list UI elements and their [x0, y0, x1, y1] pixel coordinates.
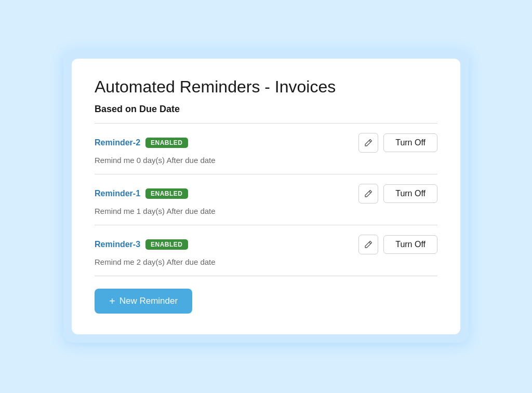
reminder-header: Reminder-1 ENABLED Turn Off	[95, 184, 437, 204]
reminder-description-reminder-3: Remind me 2 day(s) After due date	[95, 258, 437, 266]
reminder-name-reminder-2: Reminder-2	[95, 138, 140, 147]
edit-button-reminder-3[interactable]	[358, 235, 378, 254]
reminder-item: Reminder-2 ENABLED Turn Off Remind me 0 …	[95, 124, 437, 174]
reminder-header-right: Turn Off	[358, 133, 437, 153]
enabled-badge-reminder-3: ENABLED	[145, 239, 188, 250]
card: Automated Reminders - Invoices Based on …	[72, 59, 460, 334]
section-title: Based on Due Date	[95, 104, 437, 115]
edit-button-reminder-1[interactable]	[358, 184, 378, 204]
reminder-header-left: Reminder-3 ENABLED	[95, 239, 188, 250]
reminder-header: Reminder-2 ENABLED Turn Off	[95, 133, 437, 153]
reminder-item: Reminder-1 ENABLED Turn Off Remind me 1 …	[95, 174, 437, 225]
pencil-icon	[364, 189, 373, 198]
new-reminder-button[interactable]: + New Reminder	[95, 289, 192, 314]
reminder-item: Reminder-3 ENABLED Turn Off Remind me 2 …	[95, 225, 437, 276]
pencil-icon	[364, 139, 373, 147]
new-reminder-section: + New Reminder	[95, 289, 437, 314]
reminder-name-reminder-1: Reminder-1	[95, 189, 140, 198]
page-title: Automated Reminders - Invoices	[95, 77, 437, 97]
reminder-header-left: Reminder-2 ENABLED	[95, 138, 188, 148]
turn-off-button-reminder-1[interactable]: Turn Off	[383, 184, 437, 203]
reminder-list: Reminder-2 ENABLED Turn Off Remind me 0 …	[95, 124, 437, 276]
pencil-icon	[364, 240, 373, 249]
reminder-header-right: Turn Off	[358, 235, 437, 254]
turn-off-button-reminder-2[interactable]: Turn Off	[383, 133, 437, 152]
reminder-description-reminder-1: Remind me 1 day(s) After due date	[95, 207, 437, 215]
outer-wrapper: Automated Reminders - Invoices Based on …	[63, 50, 469, 343]
reminder-name-reminder-3: Reminder-3	[95, 240, 140, 249]
enabled-badge-reminder-2: ENABLED	[145, 138, 188, 148]
reminder-header-right: Turn Off	[358, 184, 437, 204]
enabled-badge-reminder-1: ENABLED	[145, 188, 188, 199]
new-reminder-label: New Reminder	[119, 296, 178, 306]
reminder-header-left: Reminder-1 ENABLED	[95, 188, 188, 199]
edit-button-reminder-2[interactable]	[358, 133, 378, 153]
reminder-description-reminder-2: Remind me 0 day(s) After due date	[95, 156, 437, 165]
plus-icon: +	[109, 296, 115, 306]
turn-off-button-reminder-3[interactable]: Turn Off	[383, 235, 437, 254]
reminder-header: Reminder-3 ENABLED Turn Off	[95, 235, 437, 254]
